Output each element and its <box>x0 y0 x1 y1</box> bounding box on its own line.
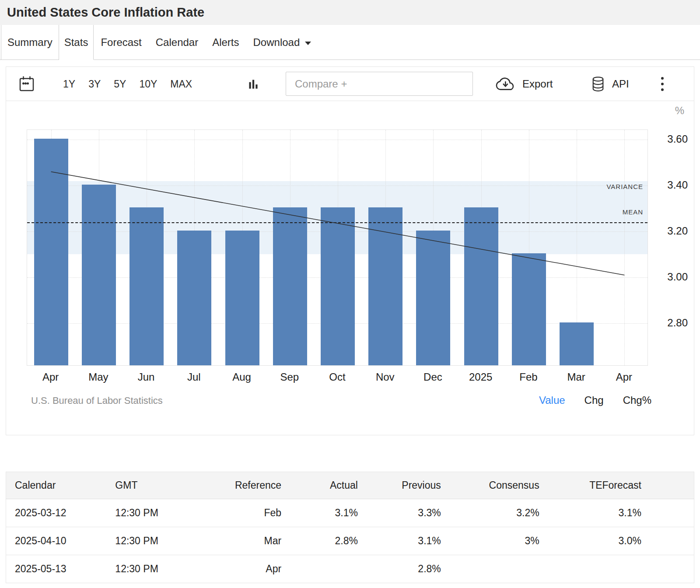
chg-link[interactable]: Chg <box>584 394 604 406</box>
cell-reference: Mar <box>220 527 281 555</box>
tab-calendar[interactable]: Calendar <box>149 25 205 60</box>
trend-line <box>27 130 648 366</box>
variance-label: VARIANCE <box>606 183 643 190</box>
x-axis-label: Nov <box>361 371 409 383</box>
table-row: 2025-04-10 12:30 PM Mar 2.8% 3.1% 3% 3.0… <box>6 527 694 555</box>
chart-type-button[interactable] <box>246 77 261 91</box>
cell-consensus: 3.2% <box>441 499 539 527</box>
cell-teforecast <box>539 555 694 583</box>
cell-consensus: 3% <box>441 527 539 555</box>
source-attribution: U.S. Bureau of Labor Statistics <box>31 395 163 406</box>
cell-previous: 3.3% <box>358 499 441 527</box>
y-tick-label: 3.00 <box>648 270 688 284</box>
x-axis-label: Jun <box>122 371 170 383</box>
table-row: 2025-05-13 12:30 PM Apr 2.8% <box>6 555 694 583</box>
mean-label: MEAN <box>623 208 643 216</box>
api-button[interactable]: API <box>590 67 629 101</box>
col-reference: Reference <box>220 472 281 499</box>
calendar-button[interactable] <box>18 75 35 93</box>
cell-gmt: 12:30 PM <box>115 555 220 583</box>
x-axis-label: Aug <box>218 371 266 383</box>
cell-previous: 3.1% <box>358 527 441 555</box>
page-title: United States Core Inflation Rate <box>0 0 700 25</box>
x-axis-label: May <box>74 371 122 383</box>
tab-bar: Summary Stats Forecast Calendar Alerts D… <box>0 25 700 60</box>
y-tick-label: 3.20 <box>648 224 688 238</box>
x-axis-label: Mar <box>552 371 600 383</box>
tab-alerts-label: Alerts <box>212 36 239 49</box>
chg-pct-link[interactable]: Chg% <box>623 394 651 406</box>
col-previous: Previous <box>358 472 441 499</box>
calendar-table: Calendar GMT Reference Actual Previous C… <box>6 472 694 583</box>
database-icon <box>590 75 606 93</box>
chevron-down-icon <box>305 42 311 45</box>
chart-toolbar: 1Y 3Y 5Y 10Y MAX <box>6 67 694 101</box>
title-bar: United States Core Inflation Rate <box>0 0 700 25</box>
plot-area: VARIANCEMEAN <box>27 130 648 366</box>
cell-previous: 2.8% <box>358 555 441 583</box>
range-max[interactable]: MAX <box>170 78 192 90</box>
cell-date: 2025-03-12 <box>6 499 116 527</box>
range-1y[interactable]: 1Y <box>63 78 75 90</box>
x-axis-label: Apr <box>600 371 648 383</box>
tab-download-label: Download <box>253 36 300 49</box>
tab-download[interactable]: Download <box>246 25 318 60</box>
tab-stats-label: Stats <box>64 36 88 49</box>
export-button[interactable]: Export <box>495 67 553 101</box>
cell-teforecast: 3.1% <box>539 499 694 527</box>
y-tick-label: 3.40 <box>648 178 688 192</box>
range-3y[interactable]: 3Y <box>88 78 101 90</box>
y-tick-label: 2.80 <box>648 316 688 329</box>
cell-consensus <box>441 555 539 583</box>
range-10y[interactable]: 10Y <box>139 78 157 90</box>
cell-gmt: 12:30 PM <box>115 499 220 527</box>
y-axis-unit: % <box>644 105 684 117</box>
tab-calendar-label: Calendar <box>156 36 198 49</box>
cell-actual: 3.1% <box>281 499 358 527</box>
cell-reference: Feb <box>220 499 281 527</box>
cell-actual <box>281 555 358 583</box>
cell-teforecast: 3.0% <box>539 527 694 555</box>
kebab-icon <box>661 77 664 80</box>
tab-forecast[interactable]: Forecast <box>94 25 148 60</box>
cell-gmt: 12:30 PM <box>115 527 220 555</box>
chart-panel: 1Y 3Y 5Y 10Y MAX <box>6 66 694 435</box>
export-label: Export <box>522 78 553 90</box>
cell-reference: Apr <box>220 555 281 583</box>
chart-area: VARIANCEMEAN % 3.603.403.203.002.80 U.S.… <box>6 101 694 435</box>
col-teforecast: TEForecast <box>539 472 694 499</box>
x-axis-label: Sep <box>266 371 314 383</box>
value-link[interactable]: Value <box>539 394 565 406</box>
range-5y[interactable]: 5Y <box>114 78 126 90</box>
calendar-icon <box>18 75 35 93</box>
tab-alerts[interactable]: Alerts <box>205 25 246 60</box>
compare-input[interactable] <box>286 72 473 96</box>
tab-summary-label: Summary <box>7 36 52 49</box>
y-tick-label: 3.60 <box>648 133 688 146</box>
x-axis-label: Oct <box>313 371 361 383</box>
x-axis-label: Feb <box>504 371 553 383</box>
range-selector: 1Y 3Y 5Y 10Y MAX <box>63 67 192 101</box>
tab-stats[interactable]: Stats <box>59 25 94 60</box>
tab-forecast-label: Forecast <box>101 36 141 49</box>
series-mode-links: Value Chg Chg% <box>539 394 651 406</box>
x-axis-label: 2025 <box>457 371 505 383</box>
col-consensus: Consensus <box>441 472 539 499</box>
tab-summary[interactable]: Summary <box>1 25 59 60</box>
cloud-download-icon <box>495 76 516 92</box>
x-axis-label: Jul <box>170 371 218 383</box>
table-header-row: Calendar GMT Reference Actual Previous C… <box>6 472 694 499</box>
api-label: API <box>612 78 629 90</box>
x-axis-label: Dec <box>409 371 457 383</box>
page: United States Core Inflation Rate Summar… <box>0 0 700 588</box>
col-calendar: Calendar <box>6 472 116 499</box>
cell-date: 2025-05-13 <box>6 555 116 583</box>
bar-chart-icon <box>246 77 261 91</box>
y-axis: % 3.603.403.203.002.80 <box>648 101 688 372</box>
col-actual: Actual <box>281 472 358 499</box>
x-axis-label: Apr <box>27 371 75 383</box>
cell-actual: 2.8% <box>281 527 358 555</box>
col-gmt: GMT <box>115 472 220 499</box>
more-options-button[interactable] <box>661 67 664 101</box>
cell-date: 2025-04-10 <box>6 527 116 555</box>
